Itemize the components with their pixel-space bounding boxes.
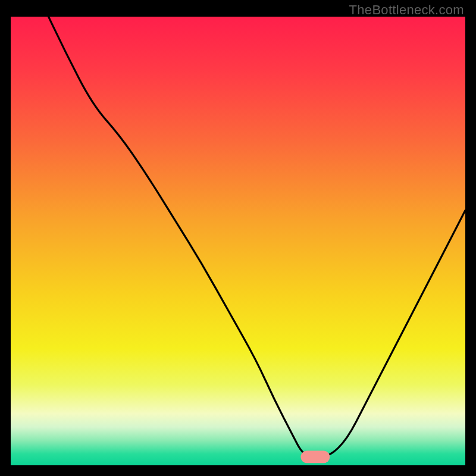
bottleneck-chart-svg <box>11 17 465 465</box>
plot-area <box>11 17 465 465</box>
optimum-marker <box>300 451 330 464</box>
chart-frame: TheBottleneck.com <box>0 0 476 476</box>
watermark-text: TheBottleneck.com <box>349 2 464 18</box>
gradient-background <box>11 17 465 465</box>
